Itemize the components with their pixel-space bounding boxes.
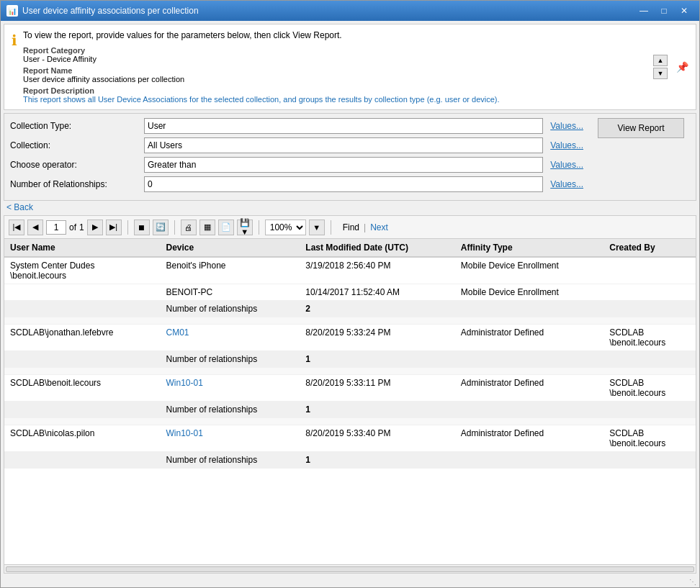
- prev-page-button[interactable]: ◀: [27, 220, 43, 235]
- relationships-row: Number of Relationships: Values...: [10, 176, 586, 192]
- device-cell[interactable]: Win10-01: [160, 425, 300, 452]
- table-row: BENOIT-PC10/14/2017 11:52:40 AMMobile De…: [4, 284, 696, 301]
- next-page-button[interactable]: ▶: [87, 220, 103, 235]
- subtotal-empty-2: [455, 351, 603, 368]
- collection-type-label: Collection Type:: [10, 121, 140, 131]
- collection-row: Collection: Values...: [10, 137, 586, 153]
- print-button[interactable]: 🖨: [181, 220, 197, 235]
- subtotal-empty-cell: [4, 301, 160, 317]
- user-name-cell: SCDLAB\benoit.lecours: [4, 375, 160, 402]
- operator-row: Choose operator: Values...: [10, 157, 586, 173]
- relationships-values-button[interactable]: Values...: [547, 179, 586, 189]
- collection-type-row: Collection Type: Values...: [10, 118, 586, 134]
- operator-input[interactable]: [144, 157, 543, 173]
- refresh-button[interactable]: 🔄: [153, 220, 169, 235]
- page-setup-button[interactable]: 📄: [218, 220, 234, 235]
- affinity-cell: Administrator Defined: [455, 325, 603, 351]
- find-separator: |: [364, 222, 366, 232]
- group-spacer: [4, 368, 696, 375]
- view-report-button[interactable]: View Report: [598, 118, 684, 138]
- subtotal-value-cell: 1: [300, 351, 454, 368]
- stop-button[interactable]: ⏹: [134, 220, 150, 235]
- table-row: SCDLAB\nicolas.pilonWin10-018/20/2019 5:…: [4, 425, 696, 452]
- zoom-dropdown-button[interactable]: ▼: [309, 220, 325, 235]
- find-label: Find: [343, 222, 359, 232]
- subtotal-empty-cell: [4, 452, 160, 469]
- first-page-button[interactable]: |◀: [9, 220, 24, 235]
- date-cell: 3/19/2018 2:56:40 PM: [300, 257, 454, 284]
- subtotal-value-cell: 1: [300, 402, 454, 418]
- affinity-cell: Administrator Defined: [455, 375, 603, 402]
- report-category-value: User - Device Affinity: [23, 55, 647, 63]
- zoom-select[interactable]: 100% 75% 50% 150%: [265, 220, 306, 235]
- relationships-label: Number of Relationships:: [10, 179, 140, 189]
- close-button[interactable]: ✕: [675, 4, 694, 17]
- minimize-button[interactable]: —: [634, 4, 653, 17]
- affinity-cell: Mobile Device Enrollment: [455, 284, 603, 301]
- info-content: To view the report, provide values for t…: [23, 30, 647, 104]
- table-row: SCDLAB\benoit.lecoursWin10-018/20/2019 5…: [4, 375, 696, 402]
- scroll-arrows: ▲ ▼: [653, 30, 668, 104]
- subtotal-empty-3: [603, 402, 696, 418]
- scroll-down-button[interactable]: ▼: [653, 68, 668, 79]
- device-cell[interactable]: CM01: [160, 325, 300, 351]
- next-link[interactable]: Next: [370, 222, 388, 232]
- group-spacer: [4, 418, 696, 425]
- collection-input[interactable]: [144, 137, 543, 153]
- page-number-input[interactable]: [46, 220, 66, 235]
- title-bar: 📊 User device affinity associations per …: [1, 1, 699, 21]
- table-header-row: User Name Device Last Modified Date (UTC…: [4, 239, 696, 257]
- report-scroll[interactable]: User Name Device Last Modified Date (UTC…: [4, 239, 696, 564]
- toolbar-separator-4: [331, 220, 331, 235]
- toolbar-separator-3: [259, 220, 259, 235]
- user-name-cell: System Center Dudes \benoit.lecours: [4, 257, 160, 284]
- window-title: User device affinity associations per co…: [22, 6, 199, 16]
- subtotal-empty-2: [455, 301, 603, 317]
- export-button[interactable]: 💾▼: [237, 220, 253, 235]
- report-category-label: Report Category: [23, 46, 647, 55]
- created-by-cell: SCDLAB \benoit.lecours: [603, 425, 696, 452]
- params-view-row: Collection Type: Values... Collection: V…: [10, 118, 690, 196]
- page-of-text: of: [69, 222, 76, 232]
- device-cell: BENOIT-PC: [160, 284, 300, 301]
- created-by-cell: SCDLAB \benoit.lecours: [603, 375, 696, 402]
- maximize-button[interactable]: □: [655, 4, 673, 17]
- subtotal-empty-3: [603, 452, 696, 469]
- report-description-label: Report Description: [23, 86, 647, 95]
- created-by-cell: [603, 284, 696, 301]
- table-row: SCDLAB\jonathan.lefebvreCM018/20/2019 5:…: [4, 325, 696, 351]
- back-link[interactable]: < Back: [6, 202, 694, 212]
- subtotal-row: Number of relationships1: [4, 402, 696, 418]
- collection-type-input[interactable]: [144, 118, 543, 134]
- date-cell: 10/14/2017 11:52:40 AM: [300, 284, 454, 301]
- device-cell[interactable]: Win10-01: [160, 375, 300, 402]
- date-cell: 8/20/2019 5:33:24 PM: [300, 325, 454, 351]
- report-name-label: Report Name: [23, 66, 647, 75]
- info-panel: ℹ To view the report, provide values for…: [4, 24, 696, 110]
- toolbar-separator-2: [174, 220, 175, 235]
- affinity-cell: Mobile Device Enrollment: [455, 257, 603, 284]
- subtotal-label-cell: Number of relationships: [160, 301, 300, 317]
- user-name-cell: SCDLAB\jonathan.lefebvre: [4, 325, 160, 351]
- col-header-username: User Name: [4, 239, 160, 257]
- relationships-input[interactable]: [144, 176, 543, 192]
- col-header-affinity: Affinity Type: [455, 239, 603, 257]
- operator-values-button[interactable]: Values...: [547, 160, 586, 170]
- subtotal-row: Number of relationships1: [4, 351, 696, 368]
- title-bar-left: 📊 User device affinity associations per …: [6, 5, 199, 17]
- device-cell: Benoit's iPhone: [160, 257, 300, 284]
- toolbar-separator-1: [127, 220, 128, 235]
- horizontal-scrollbar[interactable]: [4, 564, 696, 573]
- last-page-button[interactable]: ▶|: [106, 220, 122, 235]
- scroll-up-button[interactable]: ▲: [653, 55, 668, 66]
- window-controls: — □ ✕: [634, 4, 694, 17]
- info-instruction: To view the report, provide values for t…: [23, 30, 647, 40]
- collection-values-button[interactable]: Values...: [547, 140, 586, 150]
- horizontal-scrollbar-track[interactable]: [6, 566, 694, 572]
- collection-label: Collection:: [10, 140, 140, 150]
- layout-button[interactable]: ▦: [199, 220, 215, 235]
- collection-type-values-button[interactable]: Values...: [547, 121, 586, 131]
- table-row: System Center Dudes \benoit.lecoursBenoi…: [4, 257, 696, 284]
- subtotal-value-cell: 1: [300, 452, 454, 469]
- col-header-createdby: Created By: [603, 239, 696, 257]
